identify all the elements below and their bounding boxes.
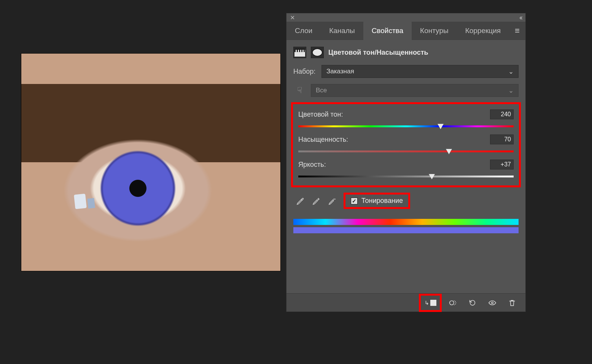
canvas-eye-image — [21, 53, 281, 271]
collapse-panel-icon[interactable]: ‹‹ — [519, 14, 522, 22]
close-icon[interactable]: × — [290, 13, 295, 22]
layer-mask-icon[interactable] — [311, 47, 324, 58]
saturation-label: Насыщенность: — [298, 136, 348, 144]
tab-adjustments[interactable]: Коррекция — [457, 22, 509, 40]
saturation-thumb[interactable] — [446, 149, 452, 154]
tab-properties[interactable]: Свойства — [363, 22, 412, 40]
result-hue-strip — [293, 227, 519, 233]
saturation-track[interactable] — [298, 148, 514, 154]
preset-label: Набор: — [293, 68, 316, 76]
reset-button[interactable] — [464, 296, 481, 309]
hue-track[interactable] — [298, 123, 514, 129]
tab-paths[interactable]: Контуры — [412, 22, 457, 40]
hue-thumb[interactable] — [438, 124, 444, 129]
eyedropper-icon[interactable] — [293, 195, 308, 207]
eyedropper-subtract-icon[interactable] — [325, 195, 340, 207]
svg-point-0 — [450, 301, 454, 305]
lightness-label: Яркость: — [298, 161, 326, 169]
lightness-track[interactable] — [298, 173, 514, 179]
chevron-down-icon: ⌄ — [508, 87, 514, 95]
panel-tabs: Слои Каналы Свойства Контуры Коррекция ≡ — [286, 22, 525, 40]
source-hue-strip — [293, 219, 519, 225]
preset-select[interactable]: Заказная ⌄ — [321, 65, 519, 78]
hue-saturation-icon — [293, 47, 306, 58]
lightness-slider: Яркость: — [296, 158, 516, 183]
delete-adjustment-button[interactable] — [503, 296, 521, 309]
properties-panel: × ‹‹ Слои Каналы Свойства Контуры Коррек… — [286, 13, 525, 312]
saturation-slider: Насыщенность: — [296, 133, 516, 158]
toggle-visibility-button[interactable] — [484, 296, 501, 309]
chevron-down-icon: ⌄ — [508, 68, 514, 76]
colorize-highlight: ✓ Тонирование — [344, 193, 410, 209]
colorize-label: Тонирование — [361, 197, 403, 205]
color-range-value: Все — [316, 87, 327, 94]
slider-group-highlight: Цветовой тон: Насыщенность: Яркость: — [291, 102, 521, 187]
panel-menu-icon[interactable]: ≡ — [509, 26, 525, 36]
hue-label: Цветовой тон: — [298, 111, 343, 119]
lightness-value-input[interactable] — [490, 160, 514, 169]
clip-button-highlight: ↳ — [419, 294, 442, 312]
preset-value: Заказная — [326, 68, 354, 75]
hue-range-strips — [286, 212, 525, 233]
view-previous-state-button[interactable] — [444, 296, 462, 309]
adjustment-title: Цветовой тон/Насыщенность — [328, 49, 428, 57]
colorize-checkbox[interactable]: ✓ — [351, 198, 358, 204]
targeted-adjust-icon[interactable]: ☟ — [293, 85, 306, 95]
color-range-select: Все ⌄ — [311, 84, 519, 97]
svg-point-1 — [492, 302, 493, 304]
eyedropper-add-icon[interactable] — [309, 195, 324, 207]
panel-footer: ↳ — [286, 293, 525, 312]
hue-slider: Цветовой тон: — [296, 108, 516, 133]
lightness-thumb[interactable] — [429, 174, 435, 179]
clip-to-layer-button[interactable]: ↳ — [422, 296, 439, 309]
hue-value-input[interactable] — [490, 109, 514, 119]
saturation-value-input[interactable] — [490, 135, 514, 144]
tab-channels[interactable]: Каналы — [321, 22, 363, 40]
tab-layers[interactable]: Слои — [286, 22, 321, 40]
